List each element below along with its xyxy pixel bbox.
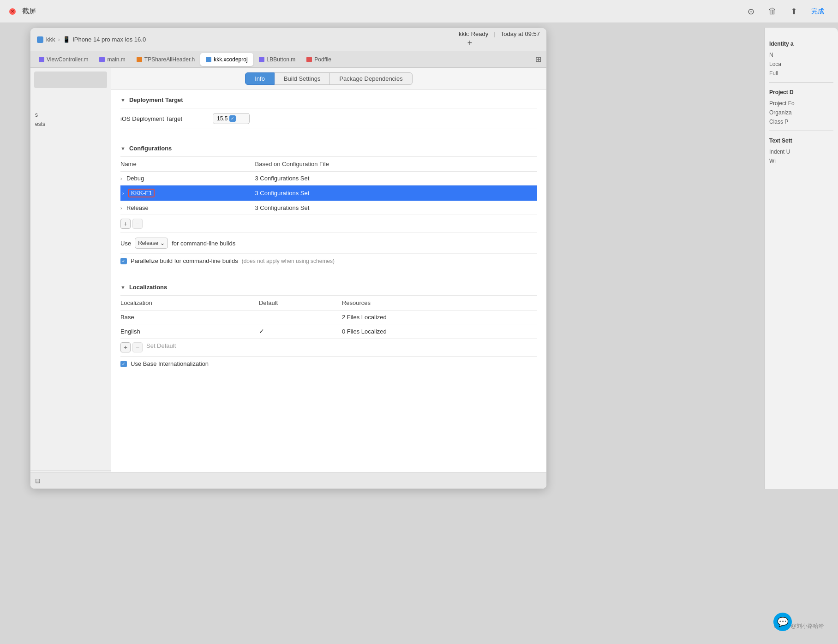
ios-deployment-label: iOS Deployment Target	[120, 115, 213, 122]
loc-english-resources: 0 Files Localized	[342, 324, 537, 339]
main-layout: s ests Info Build Settings Package Depen…	[30, 68, 546, 489]
identity-label-loca: Loca	[769, 61, 833, 67]
add-config-button[interactable]: +	[120, 219, 131, 229]
parallelize-note: (does not apply when using schemes)	[242, 258, 335, 264]
tab-build-settings[interactable]: Build Settings	[275, 72, 330, 85]
tab-m-icon	[39, 57, 44, 62]
tab-lbbutton-label: LBButton.m	[267, 56, 296, 63]
chat-bubble[interactable]: 💬	[773, 613, 792, 631]
breadcrumb-device: iPhone 14 pro max ios 16.0	[73, 36, 146, 43]
release-dropdown[interactable]: Release ⌄	[135, 238, 168, 249]
center-content: Info Build Settings Package Dependencies…	[111, 68, 546, 489]
config-row-kkk-f1[interactable]: › KKK-F1 3 Configurations Set	[120, 185, 537, 201]
project-doc-title: Project D	[769, 89, 833, 95]
right-panel: Identity a N Loca Full Project D Project…	[764, 28, 838, 489]
project-doc-label-2: Class P	[769, 119, 833, 125]
use-base-intl-label: Use Base Internationalization	[131, 360, 209, 367]
upload-icon[interactable]: ⊙	[748, 6, 754, 17]
parallelize-checkbox[interactable]: ✓	[120, 258, 127, 264]
config-row-debug[interactable]: › Debug 3 Configurations Set	[120, 172, 537, 185]
deployment-target-section: ▼ Deployment Target iOS Deployment Targe…	[111, 90, 546, 138]
text-settings-label-1: Wi	[769, 158, 833, 164]
breadcrumb: kkk › 📱 iPhone 14 pro max ios 16.0	[37, 36, 146, 43]
status-text: kkk: Ready	[459, 30, 488, 37]
use-sublabel: for command-line builds	[172, 240, 235, 247]
release-value: Release	[138, 240, 158, 246]
title-bar: ✕ 截屏 ⊙ 🗑 ⬆ 完成	[0, 0, 838, 23]
tab-viewcontroller[interactable]: ViewController.m	[33, 53, 94, 66]
close-button[interactable]: ✕	[9, 8, 16, 15]
loc-col-resources: Resources	[342, 296, 537, 310]
tab-podfile[interactable]: Podfile	[301, 53, 337, 66]
tab-main-label: main.m	[107, 56, 125, 63]
right-divider-1	[769, 82, 833, 83]
configurations-title: Configurations	[129, 145, 172, 152]
localizations-title: Localizations	[129, 284, 167, 291]
tab-viewcontroller-label: ViewController.m	[47, 56, 88, 63]
use-config-row: Use Release ⌄ for command-line builds	[120, 233, 537, 254]
tab-m-icon-2	[99, 57, 105, 62]
tab-main[interactable]: main.m	[94, 53, 131, 66]
project-doc-label-1: Organiza	[769, 109, 833, 116]
config-row-release[interactable]: › Release 3 Configurations Set	[120, 201, 537, 215]
remove-loc-button[interactable]: −	[132, 342, 143, 352]
deployment-version-dropdown[interactable]: 15.5 ✓	[213, 113, 250, 124]
status-time: Today at 09:57	[501, 30, 540, 37]
bottom-toolbar: ⊟	[30, 472, 546, 489]
parallelize-row: ✓ Parallelize build for command-line bui…	[120, 254, 537, 268]
tab-xcodeproj[interactable]: kkk.xcodeproj	[200, 53, 253, 66]
config-row-release-name: › Release	[120, 201, 255, 215]
add-tab-button[interactable]: +	[464, 37, 475, 48]
tab-package-dependencies[interactable]: Package Dependencies	[330, 72, 412, 85]
loc-base-default	[259, 310, 342, 324]
tab-tpshare-label: TPShareAllHeader.h	[144, 56, 195, 63]
text-settings-title: Text Sett	[769, 137, 833, 144]
localizations-table: Localization Default Resources Base 2 Fi…	[120, 296, 537, 339]
tab-info[interactable]: Info	[245, 72, 275, 85]
sidebar-label-s: s	[35, 110, 106, 119]
share-icon[interactable]: ⬆	[790, 6, 797, 17]
grid-icon[interactable]: ⊟	[35, 477, 41, 484]
expand-arrow-debug: ›	[120, 176, 122, 181]
add-editor-button[interactable]: ⊞	[533, 54, 544, 65]
sub-tab-bar: Info Build Settings Package Dependencies	[111, 68, 546, 90]
ios-deployment-value: 15.5 ✓	[213, 113, 250, 124]
parallelize-label: Parallelize build for command-line build…	[131, 257, 238, 264]
done-button[interactable]: 完成	[811, 7, 824, 16]
use-label: Use	[120, 240, 131, 247]
tab-lbbutton[interactable]: LBButton.m	[253, 53, 301, 66]
dropdown-check-icon: ✓	[229, 115, 236, 122]
loc-col-localization: Localization	[120, 296, 259, 310]
proj-icon-small	[37, 36, 43, 43]
remove-config-button[interactable]: −	[132, 219, 143, 229]
use-base-intl-checkbox[interactable]: ✓	[120, 361, 127, 367]
configurations-toggle[interactable]: ▼	[120, 146, 126, 151]
sidebar-labels: s ests	[30, 92, 111, 129]
tab-xcodeproj-label: kkk.xcodeproj	[214, 56, 247, 63]
localizations-header: ▼ Localizations	[120, 277, 537, 296]
breadcrumb-project[interactable]: kkk	[46, 36, 55, 43]
deployment-version-text: 15.5	[217, 115, 227, 122]
sidebar-label-ests: ests	[35, 119, 106, 129]
status-area: kkk: Ready | Today at 09:57 +	[459, 30, 540, 48]
title-text: 截屏	[22, 7, 36, 16]
xcode-window: kkk › 📱 iPhone 14 pro max ios 16.0 kkk: …	[30, 28, 547, 489]
device-icon: 📱	[63, 36, 70, 43]
loc-add-remove-row: + − Set Default	[120, 339, 537, 357]
add-remove-row: + −	[120, 215, 537, 233]
trash-icon[interactable]: 🗑	[768, 6, 777, 16]
deployment-toggle[interactable]: ▼	[120, 97, 126, 103]
release-dropdown-arrow: ⌄	[160, 240, 165, 246]
config-row-kkk-f1-value: 3 Configurations Set	[255, 185, 538, 201]
tab-tpshare[interactable]: TPShareAllHeader.h	[131, 53, 200, 66]
loc-col-default: Default	[259, 296, 342, 310]
set-default-label[interactable]: Set Default	[146, 342, 176, 352]
text-settings-label-0: Indent U	[769, 149, 833, 155]
localizations-toggle[interactable]: ▼	[120, 285, 126, 290]
add-loc-button[interactable]: +	[120, 342, 131, 352]
config-row-debug-name: › Debug	[120, 172, 255, 185]
loc-row-english: English ✓ 0 Files Localized	[120, 324, 537, 339]
expand-arrow-kkk-f1: ›	[122, 191, 124, 196]
deployment-target-title: Deployment Target	[129, 96, 183, 103]
config-row-kkk-f1-name: › KKK-F1	[120, 185, 255, 201]
